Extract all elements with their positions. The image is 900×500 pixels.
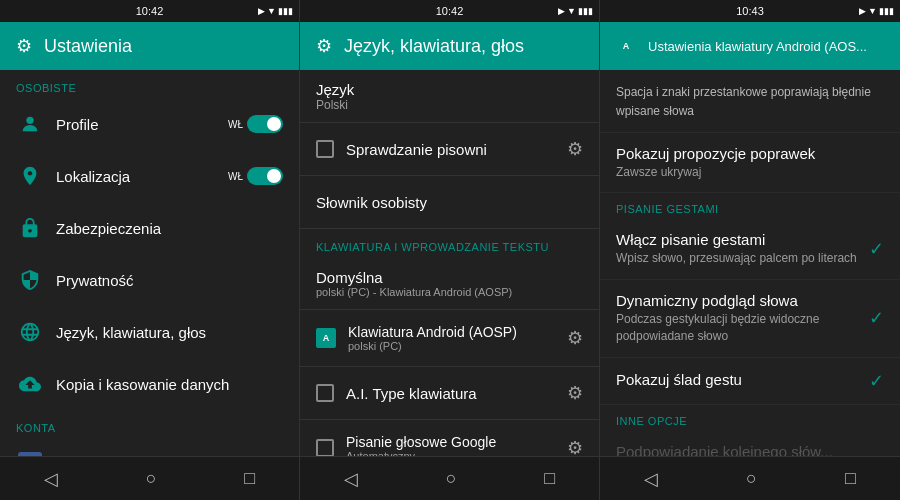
section-accounts-header: KONTA (0, 410, 299, 438)
status-icons-1: ▶ ▼ ▮▮▮ (258, 6, 293, 16)
propozycje-title: Pokazuj propozycje poprawek (616, 145, 884, 162)
status-time-3: 10:43 (736, 5, 764, 17)
status-bar-1: 10:42 ▶ ▼ ▮▮▮ (0, 0, 299, 22)
nav-bar-1: ◁ ○ □ (0, 456, 299, 500)
sidebar-item-profile[interactable]: Profile WŁ (0, 98, 299, 150)
sidebar-item-prywatnosc[interactable]: Prywatność (0, 254, 299, 306)
svg-point-0 (26, 117, 33, 124)
sidebar-item-lokalizacja[interactable]: Lokalizacja WŁ (0, 150, 299, 202)
gesty-sub: Wpisz słowo, przesuwając palcem po liter… (616, 250, 861, 267)
jezyk-label: Język, klawiatura, głos (56, 324, 283, 341)
app-bar-2: ⚙ Język, klawiatura, głos (300, 22, 599, 70)
aosp-primary: Klawiatura Android (AOSP) (348, 324, 567, 340)
settings-gear-icon: ⚙ (16, 35, 32, 57)
recents-button-1[interactable]: □ (228, 460, 271, 497)
backup-icon (16, 370, 44, 398)
profile-label: Profile (56, 116, 228, 133)
list-item-sprawdzanie[interactable]: Sprawdzanie pisowni ⚙ (300, 123, 599, 175)
sprawdzanie-label: Sprawdzanie pisowni (346, 141, 567, 158)
list-item-slad[interactable]: Pokazuj ślad gestu ✓ (600, 358, 900, 405)
home-button-1[interactable]: ○ (130, 460, 173, 497)
list-item-glosowe[interactable]: Pisanie głosowe Google Automatyczny ⚙ (300, 420, 599, 456)
panel-ustawienia: 10:42 ▶ ▼ ▮▮▮ ⚙ Ustawienia OSOBISTE Prof… (0, 0, 300, 500)
propozycje-sub: Zawsze ukrywaj (616, 164, 884, 181)
back-button-3[interactable]: ◁ (628, 460, 674, 498)
glosowe-secondary: Automatyczny (346, 450, 567, 456)
recents-button-2[interactable]: □ (528, 460, 571, 497)
section-gesty: PISANIE GESTAMI (600, 193, 900, 219)
list-item-aitype[interactable]: A.I. Type klawiatura ⚙ (300, 367, 599, 419)
domyslna-primary: Domyślna (316, 269, 583, 286)
kolejne-title: Podpowiadanie kolejnego słów... (616, 443, 861, 456)
aosp-secondary: polski (PC) (348, 340, 567, 352)
sidebar-item-jezyk[interactable]: Język, klawiatura, głos (0, 306, 299, 358)
list-item-jezyk[interactable]: Język Polski (300, 70, 599, 122)
list-item-propozycje[interactable]: Pokazuj propozycje poprawek Zawsze ukryw… (600, 133, 900, 194)
wifi-icon: ▼ (267, 6, 276, 16)
status-icons-2: ▶ ▼ ▮▮▮ (558, 6, 593, 16)
recents-button-3[interactable]: □ (829, 460, 872, 497)
podglad-sub: Podczas gestykulacji będzie widoczne pod… (616, 311, 861, 345)
home-button-3[interactable]: ○ (730, 460, 773, 497)
list-item-aosp[interactable]: A Klawiatura Android (AOSP) polski (PC) … (300, 310, 599, 366)
facebook-label: Facebook (56, 456, 283, 457)
sprawdzanie-gear-icon[interactable]: ⚙ (567, 138, 583, 160)
aitype-checkbox[interactable] (316, 384, 334, 402)
battery-icon-2: ▮▮▮ (578, 6, 593, 16)
back-button-2[interactable]: ◁ (328, 460, 374, 498)
slad-title: Pokazuj ślad gestu (616, 371, 861, 388)
list-item-slownik[interactable]: Słownik osobisty (300, 176, 599, 228)
battery-icon-3: ▮▮▮ (879, 6, 894, 16)
app-bar-title-2: Język, klawiatura, głos (344, 36, 524, 57)
lokalizacja-toggle-label: WŁ (228, 171, 243, 182)
sprawdzanie-checkbox[interactable] (316, 140, 334, 158)
nav-bar-3: ◁ ○ □ (600, 456, 900, 500)
sidebar-item-facebook[interactable]: f Facebook (0, 438, 299, 456)
app-bar-title-1: Ustawienia (44, 36, 132, 57)
slownik-label: Słownik osobisty (316, 194, 583, 211)
panel-aosp-settings: 10:43 ▶ ▼ ▮▮▮ A Ustawienia klawiatury An… (600, 0, 900, 500)
gesty-title: Włącz pisanie gestami (616, 231, 861, 248)
glosowe-checkbox[interactable] (316, 439, 334, 456)
aitype-label: A.I. Type klawiatura (346, 385, 567, 402)
back-button-1[interactable]: ◁ (28, 460, 74, 498)
aosp-gear-icon[interactable]: ⚙ (567, 327, 583, 349)
app-bar-3: A Ustawienia klawiatury Android (AOS... (600, 22, 900, 70)
section-inne: INNE OPCJE (600, 405, 900, 431)
podglad-title: Dynamiczny podgląd słowa (616, 292, 861, 309)
lokalizacja-toggle[interactable] (247, 167, 283, 185)
jezyk-primary: Język (316, 81, 583, 98)
location-icon (16, 162, 44, 190)
section-personal-header: OSOBISTE (0, 70, 299, 98)
list-item-podglad[interactable]: Dynamiczny podgląd słowa Podczas gestyku… (600, 280, 900, 358)
app-bar-title-3: Ustawienia klawiatury Android (AOS... (648, 39, 867, 54)
status-bar-3: 10:43 ▶ ▼ ▮▮▮ (600, 0, 900, 22)
privacy-icon (16, 266, 44, 294)
kopia-label: Kopia i kasowanie danych (56, 376, 283, 393)
aitype-gear-icon[interactable]: ⚙ (567, 382, 583, 404)
panel3-content: Spacja i znaki przestankowe poprawiają b… (600, 70, 900, 456)
slad-check-icon: ✓ (869, 370, 884, 392)
intro-text: Spacja i znaki przestankowe poprawiają b… (616, 85, 871, 118)
list-item-gesty-on[interactable]: Włącz pisanie gestami Wpisz słowo, przes… (600, 219, 900, 280)
podglad-check-icon: ✓ (869, 307, 884, 329)
bt-icon-2: ▶ (558, 6, 565, 16)
list-item-domyslna[interactable]: Domyślna polski (PC) - Klawiatura Androi… (300, 257, 599, 309)
home-button-2[interactable]: ○ (430, 460, 473, 497)
keyboard-section-header: KLAWIATURA I WPROWADZANIE TEKSTU (300, 229, 599, 257)
glosowe-primary: Pisanie głosowe Google (346, 434, 567, 450)
language-icon (16, 318, 44, 346)
battery-icon: ▮▮▮ (278, 6, 293, 16)
sidebar-item-kopia[interactable]: Kopia i kasowanie danych (0, 358, 299, 410)
lokalizacja-label: Lokalizacja (56, 168, 228, 185)
status-icons-3: ▶ ▼ ▮▮▮ (859, 6, 894, 16)
list-item-kolejne[interactable]: Podpowiadanie kolejnego słów... Podaj pr… (600, 431, 900, 456)
wifi-icon-2: ▼ (567, 6, 576, 16)
facebook-icon: f (16, 450, 44, 456)
intro-text-block: Spacja i znaki przestankowe poprawiają b… (600, 70, 900, 133)
domyslna-secondary: polski (PC) - Klawiatura Android (AOSP) (316, 286, 583, 298)
glosowe-gear-icon[interactable]: ⚙ (567, 437, 583, 456)
aosp-app-icon: A (616, 36, 636, 56)
profile-toggle[interactable] (247, 115, 283, 133)
sidebar-item-zabezpieczenia[interactable]: Zabezpieczenia (0, 202, 299, 254)
